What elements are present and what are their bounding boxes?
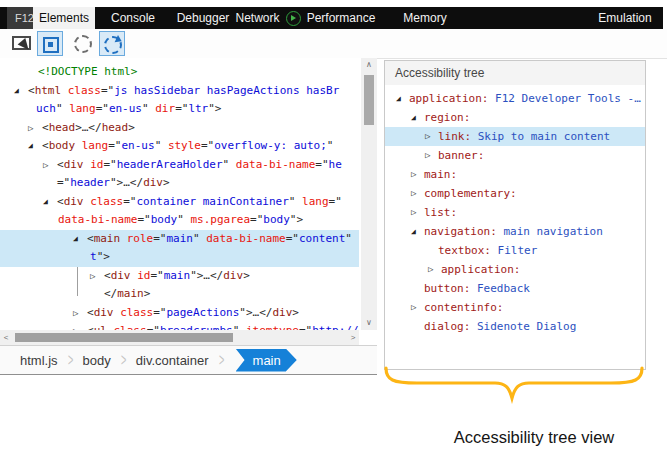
breadcrumb-separator-icon: > bbox=[218, 350, 223, 371]
accessibility-tree-row[interactable]: ◢application: F12 Developer Tools -… bbox=[385, 89, 645, 108]
tab-memory[interactable]: Memory bbox=[393, 7, 457, 29]
dom-tree-row[interactable]: ="header">…</div> bbox=[0, 174, 359, 193]
accessibility-node-text: navigation: main navigation bbox=[385, 222, 603, 241]
tab-label: Debugger bbox=[177, 7, 230, 29]
scroll-right-arrow-icon[interactable]: > bbox=[347, 330, 359, 345]
accessibility-node-text: region: bbox=[385, 108, 470, 127]
expand-arrow-icon[interactable]: ▷ bbox=[73, 322, 78, 330]
dom-tree-row[interactable]: ◢<html class="js hasSidebar hasPageActio… bbox=[0, 82, 359, 101]
expand-arrow-icon[interactable]: ▷ bbox=[90, 267, 95, 286]
dom-tree-row[interactable]: uch" lang="en-us" dir="ltr"> bbox=[0, 100, 359, 119]
expand-arrow-icon[interactable]: ▷ bbox=[425, 127, 430, 146]
breadcrumb-separator-icon: > bbox=[67, 350, 72, 371]
collapse-arrow-icon[interactable]: ◢ bbox=[73, 230, 78, 249]
scroll-left-arrow-icon[interactable]: < bbox=[0, 330, 12, 345]
horizontal-scrollbar[interactable]: < > bbox=[0, 330, 359, 345]
dom-tree-row[interactable]: ▷<div class="pageActions">…</div> bbox=[0, 304, 359, 323]
accessibility-tree-row[interactable]: ▷list: bbox=[385, 203, 645, 222]
tab-performance[interactable]: Performance bbox=[302, 7, 380, 29]
dashed-circle-icon[interactable] bbox=[70, 31, 96, 56]
accessibility-node-text: banner: bbox=[385, 146, 484, 165]
tab-network[interactable]: Network bbox=[228, 7, 308, 29]
breadcrumb: html.js>body>div.container>main bbox=[0, 345, 377, 375]
accessibility-node-text: complementary: bbox=[385, 184, 517, 203]
dom-node-text: <div id="main">…</div> bbox=[0, 267, 250, 286]
accessibility-tree-row[interactable]: ▷contentinfo: bbox=[385, 298, 645, 317]
tab-console[interactable]: Console bbox=[103, 7, 163, 29]
collapse-arrow-icon[interactable]: ◢ bbox=[43, 193, 48, 212]
accessibility-node-text: contentinfo: bbox=[385, 298, 503, 317]
vertical-scrollbar-thumb[interactable] bbox=[364, 75, 374, 125]
dom-tree-row[interactable]: data-bi-name="body" ms.pgarea="body"> bbox=[0, 211, 359, 230]
accessibility-node-text: main: bbox=[385, 165, 457, 184]
tab-debugger[interactable]: Debugger bbox=[172, 7, 234, 29]
network-record-play-icon[interactable] bbox=[286, 11, 301, 26]
annotation-brace bbox=[383, 366, 645, 404]
accessibility-tree-row[interactable]: button: Feedback bbox=[385, 279, 645, 298]
expand-arrow-icon[interactable]: ▷ bbox=[428, 260, 433, 279]
collapse-arrow-icon[interactable]: ◢ bbox=[411, 222, 416, 241]
tab-emulation[interactable]: Emulation bbox=[583, 7, 667, 29]
tab-label: Elements bbox=[39, 7, 89, 29]
accessibility-tree-row[interactable]: ▷banner: bbox=[385, 146, 645, 165]
breadcrumb-item-div-container[interactable]: div.container bbox=[136, 353, 209, 368]
dom-node-text: <head>…</head> bbox=[0, 119, 135, 138]
expand-arrow-icon[interactable]: ▷ bbox=[411, 184, 416, 203]
dom-tree-row[interactable]: <!DOCTYPE html> bbox=[0, 63, 359, 82]
scroll-down-arrow-icon[interactable]: ∨ bbox=[361, 317, 377, 329]
accessibility-node-text: application: F12 Developer Tools -… bbox=[385, 89, 641, 108]
collapse-arrow-icon[interactable]: ◢ bbox=[411, 108, 416, 127]
tab-label: Console bbox=[111, 7, 155, 29]
dom-tree-row[interactable]: </main> bbox=[0, 285, 359, 304]
expand-arrow-icon[interactable]: ▷ bbox=[411, 298, 416, 317]
dom-tree-row[interactable]: ◢<div class="container mainContainer" la… bbox=[0, 193, 359, 212]
accessibility-tree-row[interactable]: ▷complementary: bbox=[385, 184, 645, 203]
dom-tree-row[interactable]: t"> bbox=[0, 248, 359, 267]
accessibility-tree-row[interactable]: ◢navigation: main navigation bbox=[385, 222, 645, 241]
breadcrumb-item-html-js[interactable]: html.js bbox=[20, 353, 58, 368]
accessibility-node-text: application: bbox=[385, 260, 520, 279]
breadcrumb-item-body[interactable]: body bbox=[83, 353, 111, 368]
refresh-dom-icon[interactable] bbox=[99, 31, 125, 56]
vertical-scrollbar[interactable]: ∧ ∨ bbox=[361, 58, 377, 330]
accessibility-tree-row[interactable]: dialog: Sidenote Dialog bbox=[385, 317, 645, 336]
dom-tree-row[interactable]: ◢<main role="main" data-bi-name="content… bbox=[0, 230, 359, 249]
accessibility-tree-row[interactable]: ▷main: bbox=[385, 165, 645, 184]
expand-arrow-icon[interactable]: ▷ bbox=[411, 165, 416, 184]
dom-tree-row[interactable]: ▷<ul class="breadcrumbs" itemtype="http:… bbox=[0, 322, 359, 330]
annotation-label: Accessibility tree view bbox=[403, 428, 665, 447]
dashed-circle-glyph bbox=[74, 35, 92, 53]
dom-tree-row[interactable]: ▷<div id="headerAreaHolder" data-bi-name… bbox=[0, 156, 359, 175]
horizontal-scrollbar-thumb[interactable] bbox=[15, 333, 233, 342]
dom-node-text: <body lang="en-us" style="overflow-y: au… bbox=[0, 137, 333, 156]
expand-arrow-icon[interactable]: ▷ bbox=[43, 156, 48, 175]
dom-node-text: <!DOCTYPE html> bbox=[0, 63, 137, 82]
collapse-arrow-icon[interactable]: ◢ bbox=[396, 89, 401, 108]
expand-arrow-icon[interactable]: ▷ bbox=[425, 146, 430, 165]
dom-tree-row[interactable]: ▷<head>…</head> bbox=[0, 119, 359, 138]
tab-elements[interactable]: Elements bbox=[33, 7, 95, 29]
accessibility-tree-row[interactable]: ▷application: bbox=[385, 260, 645, 279]
dom-node-text: ="header">…</div> bbox=[0, 174, 170, 193]
accessibility-node-text: dialog: Sidenote Dialog bbox=[385, 317, 576, 336]
collapse-arrow-icon[interactable]: ◢ bbox=[14, 82, 19, 101]
select-element-icon[interactable] bbox=[8, 31, 34, 56]
dom-tree-row[interactable]: ◢<body lang="en-us" style="overflow-y: a… bbox=[0, 137, 359, 156]
collapse-arrow-icon[interactable]: ◢ bbox=[28, 137, 33, 156]
highlight-elements-icon[interactable] bbox=[37, 31, 63, 56]
expand-arrow-icon[interactable]: ▷ bbox=[73, 304, 78, 323]
dom-node-text: </main> bbox=[0, 285, 150, 304]
expand-arrow-icon[interactable]: ▷ bbox=[28, 119, 33, 138]
dom-tree-row[interactable]: ▷<div id="main">…</div> bbox=[0, 267, 359, 286]
scroll-up-arrow-icon[interactable]: ∧ bbox=[361, 59, 377, 71]
expand-arrow-icon[interactable]: ▷ bbox=[411, 203, 416, 222]
accessibility-node-text: button: Feedback bbox=[385, 279, 530, 298]
accessibility-tree-row[interactable]: textbox: Filter bbox=[385, 241, 645, 260]
tab-label: Performance bbox=[307, 7, 376, 29]
accessibility-node-text: link: Skip to main content bbox=[385, 127, 610, 146]
accessibility-tree-row[interactable]: ◢region: bbox=[385, 108, 645, 127]
accessibility-tree-row[interactable]: ▷link: Skip to main content bbox=[385, 127, 645, 146]
refresh-arrow-tip bbox=[115, 35, 124, 45]
accessibility-tree: ◢application: F12 Developer Tools -…◢reg… bbox=[385, 85, 645, 336]
breadcrumb-item-main[interactable]: main bbox=[236, 349, 297, 372]
